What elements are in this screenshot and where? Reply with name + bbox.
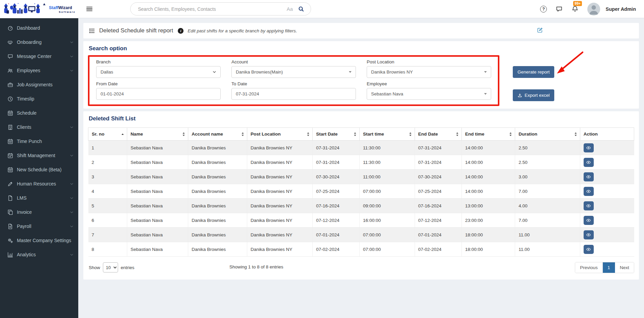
user-name[interactable]: Super Admin [606,6,636,12]
topbar-actions: ? 99+ Super Admin [540,3,636,16]
column-header-post-location[interactable]: Post Location [247,128,312,141]
search-icon[interactable] [298,6,304,12]
table-row: 3Sebastian NavaDanika BrowniesDanika Bro… [88,170,634,184]
sidebar-item-timeslip[interactable]: Timeslip [0,92,78,106]
cell-name: Sebastian Nava [127,170,188,184]
sidebar-item-lms[interactable]: LMS [0,191,78,205]
cell-duration: 7.00 [515,184,580,199]
generate-report-button[interactable]: Generate report [513,66,554,78]
chevron-down-icon [70,154,74,157]
from-date-input[interactable]: 01-01-2024 [96,88,221,100]
to-date-input[interactable]: 07-31-2024 [231,88,356,100]
cell-end-time: 14:00:00 [461,141,515,155]
eye-icon [586,145,591,150]
column-header-end-date[interactable]: End Date [415,128,461,141]
sidebar-item-shift-management[interactable]: Shift Management [0,148,78,163]
eye-icon [586,189,591,194]
messages-icon[interactable] [556,5,563,12]
sidebar-item-schedule[interactable]: Schedule [0,106,78,120]
sort-icons [307,132,310,136]
cell-start-time: 11:00:00 [360,170,415,184]
hamburger-menu-icon[interactable] [86,6,92,12]
sidebar-item-human-resources[interactable]: Human Resources [0,177,78,191]
previous-page-button[interactable]: Previous [575,262,603,273]
cell-post-location: Danika Brownies NY [247,242,312,257]
account-select[interactable]: Danika Brownies(Main) [231,66,356,78]
export-excel-button[interactable]: Export excel [513,89,554,101]
topbar: Aa ? 99+ [78,0,644,18]
cell-account-name: Danika Brownies [188,141,247,155]
column-header-account-name[interactable]: Account name [188,128,247,141]
user-avatar[interactable] [587,3,600,16]
chevron-down-icon [70,69,74,73]
page-number-button[interactable]: 1 [603,262,615,273]
sidebar-item-new-schedule-beta[interactable]: New Schedule (Beta) [0,163,78,177]
cell-sr-no: 3 [88,170,127,184]
cell-sr-no: 6 [88,213,127,228]
page-size-select[interactable]: 10 [103,262,118,272]
match-case-toggle[interactable]: Aa [287,6,293,12]
notifications-bell[interactable]: 99+ [571,5,579,12]
column-header-start-date[interactable]: Start Date [312,128,359,141]
view-button[interactable] [584,158,594,167]
sidebar-item-payroll[interactable]: Payroll [0,219,78,233]
column-header-name[interactable]: Name [127,128,188,141]
help-icon[interactable]: ? [540,6,547,12]
cell-name: Sebastian Nava [127,155,188,170]
staffwizard-logo[interactable]: StaffWizard Software [0,0,78,18]
cell-account-name: Danika Brownies [188,170,247,184]
sidebar-item-message-center[interactable]: Message Center [0,49,78,63]
filter-field-to-date: To Date07-31-2024 [231,81,356,100]
column-header-end-time[interactable]: End time [461,128,515,141]
cell-action [580,170,634,184]
view-button[interactable] [584,230,594,239]
calendar-icon [7,110,13,116]
post-location-select[interactable]: Danika Brownies NY [367,66,491,78]
cell-name: Sebastian Nava [127,199,188,213]
cell-end-time: 14:00:00 [461,170,515,184]
page-title-bar: Deleted Schedule shift report i Edit pas… [83,23,639,38]
cell-action [580,242,634,257]
table-row: 6Sebastian NavaDanika BrowniesDanika Bro… [88,213,634,228]
column-header-duration[interactable]: Duration [515,128,580,141]
column-header-sr-no[interactable]: Sr. no [88,128,127,141]
eye-icon [586,218,591,223]
field-label: To Date [231,81,356,86]
chevron-down-icon [213,70,216,74]
sidebar-item-dashboard[interactable]: Dashboard [0,21,78,35]
list-icon [89,28,95,34]
view-button[interactable] [584,201,594,210]
search-input[interactable] [137,6,281,12]
calendar-icon [7,167,13,173]
field-label: Branch [96,59,221,64]
chevron-down-icon [70,253,74,257]
employee-select[interactable]: Sebastian Nava [367,88,491,100]
info-icon: i [178,28,184,34]
filter-field-employee: EmployeeSebastian Nava [367,81,491,100]
sidebar-item-clients[interactable]: Clients [0,120,78,134]
branch-select[interactable]: Dallas [96,66,221,78]
view-button[interactable] [584,216,594,225]
sidebar-item-onboarding[interactable]: Onboarding [0,35,78,49]
sidebar-item-master-company-settings[interactable]: Master Company Settings [0,233,78,248]
dropdown-arrow-icon [484,71,487,73]
cell-start-date: 07-25-2024 [312,184,359,199]
table-row: 2Sebastian NavaDanika BrowniesDanika Bro… [88,155,634,170]
view-button[interactable] [584,143,594,152]
edit-icon[interactable] [537,27,543,33]
column-header-start-time[interactable]: Start time [360,128,415,141]
sidebar-item-invoice[interactable]: Invoice [0,205,78,219]
sidebar-item-job-assignments[interactable]: Job Assignments [0,78,78,92]
chevron-down-icon [70,55,74,58]
sidebar-item-employees[interactable]: Employees [0,63,78,78]
view-button[interactable] [584,245,594,254]
cell-end-time: 18:00:00 [461,228,515,242]
cell-sr-no: 7 [88,228,127,242]
sidebar-item-time-punch[interactable]: Time Punch [0,134,78,148]
view-button[interactable] [584,172,594,181]
next-page-button[interactable]: Next [615,262,634,273]
field-label: Employee [367,81,491,86]
show-label: Show [89,265,100,270]
sidebar-item-analytics[interactable]: Analytics [0,248,78,262]
view-button[interactable] [584,187,594,196]
